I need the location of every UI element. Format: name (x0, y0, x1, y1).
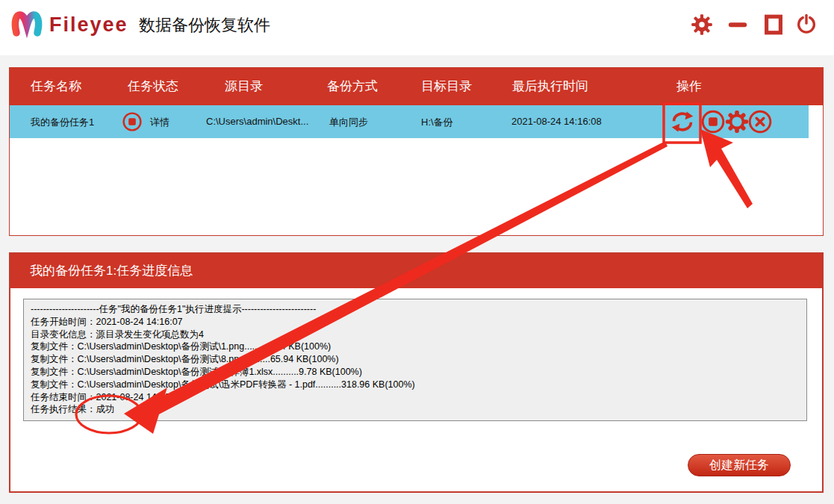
log-line: 任务开始时间：2021-08-24 14:16:07 (31, 316, 800, 329)
column-backup-method: 备份方式 (327, 78, 378, 95)
run-sync-icon[interactable] (665, 111, 700, 133)
progress-panel-title: 我的备份任务1:任务进度信息 (10, 254, 822, 288)
log-line: 目录变化信息：源目录发生变化项总数为4 (31, 329, 800, 341)
title-bar: Fileyee 数据备份恢复软件 (0, 0, 834, 55)
source-dir-value: C:\Users\admin\Deskt... (206, 116, 308, 127)
column-operations: 操作 (676, 78, 702, 95)
column-last-run-time: 最后执行时间 (512, 78, 588, 95)
column-target-dir: 目标目录 (421, 78, 472, 95)
maximize-icon[interactable] (762, 13, 785, 36)
task-settings-gear-icon[interactable] (724, 109, 750, 134)
power-close-icon[interactable] (795, 13, 818, 36)
status-stop-icon (122, 111, 143, 132)
task-table-panel: 任务名称 任务状态 源目录 备份方式 目标目录 最后执行时间 操作 我的备份任务… (9, 67, 824, 236)
fileyee-logo-icon (10, 9, 43, 40)
minimize-icon[interactable] (726, 13, 749, 36)
log-line: 复制文件：C:\Users\admin\Desktop\备份测试\8.png..… (31, 353, 800, 366)
brand-name: Fileyee (49, 13, 128, 37)
log-line: ----------------------任务"我的备份任务1"执行进度提示-… (31, 303, 800, 316)
table-row[interactable]: 我的备份任务1 详情 C:\Users\admin\Deskt... 单向同步 … (10, 105, 809, 138)
column-source-dir: 源目录 (225, 78, 263, 95)
create-task-button[interactable]: 创建新任务 (688, 454, 791, 476)
app-title: 数据备份恢复软件 (139, 14, 270, 37)
log-line: 任务执行结果：成功 (31, 403, 800, 416)
stop-task-icon[interactable] (700, 109, 726, 134)
target-dir-value: H:\备份 (421, 116, 453, 129)
progress-log-box[interactable]: ----------------------任务"我的备份任务1"执行进度提示-… (23, 299, 807, 421)
task-detail-link[interactable]: 详情 (150, 116, 169, 129)
column-task-status: 任务状态 (128, 78, 178, 95)
backup-method-value: 单向同步 (329, 116, 368, 129)
progress-panel: 我的备份任务1:任务进度信息 ----------------------任务"… (9, 252, 824, 493)
log-line: 复制文件：C:\Users\admin\Desktop\备份测试\迅米PDF转换… (31, 379, 800, 391)
task-name: 我的备份任务1 (31, 116, 94, 129)
settings-gear-icon[interactable] (691, 13, 713, 36)
column-task-name: 任务名称 (31, 78, 81, 95)
app-window: Fileyee 数据备份恢复软件 (0, 0, 834, 504)
log-line: 复制文件：C:\Users\admin\Desktop\备份测试\工作簿1.xl… (31, 366, 800, 379)
table-header-row: 任务名称 任务状态 源目录 备份方式 目标目录 最后执行时间 操作 (10, 68, 823, 105)
last-run-time-value: 2021-08-24 14:16:08 (511, 116, 602, 127)
delete-task-icon[interactable] (747, 109, 773, 134)
log-line: 复制文件：C:\Users\admin\Desktop\备份测试\1.png..… (31, 340, 800, 353)
log-line: 任务结束时间：2021-08-24 14:16:08 (31, 391, 800, 404)
